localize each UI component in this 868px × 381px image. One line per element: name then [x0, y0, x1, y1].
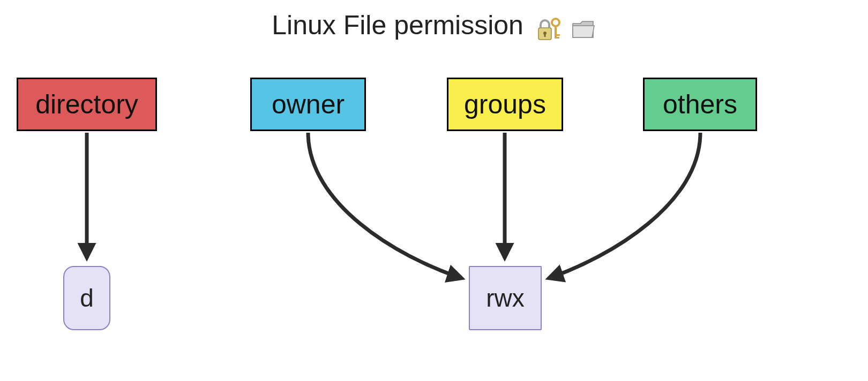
node-rwx-label: rwx: [486, 284, 525, 313]
title-icons: [535, 12, 596, 43]
edge-others-rwx: [549, 133, 700, 278]
svg-rect-2: [544, 34, 545, 37]
folder-icon: [570, 16, 596, 43]
svg-rect-5: [557, 34, 560, 36]
node-others: others: [643, 78, 757, 131]
edge-owner-rwx: [308, 133, 462, 278]
node-directory-label: directory: [35, 89, 138, 120]
node-owner-label: owner: [272, 89, 345, 120]
svg-point-3: [552, 19, 559, 26]
title-text: Linux File permission: [272, 10, 523, 40]
diagram-title: Linux File permission: [0, 10, 868, 43]
diagram-arrows: [0, 0, 868, 381]
svg-rect-6: [557, 37, 559, 39]
node-directory: directory: [17, 78, 157, 131]
node-others-label: others: [663, 89, 737, 120]
svg-rect-4: [555, 26, 557, 39]
node-groups: groups: [447, 78, 563, 131]
lock-key-icon: [535, 16, 562, 43]
node-rwx: rwx: [469, 266, 542, 330]
node-owner: owner: [250, 78, 366, 131]
node-d: d: [63, 266, 110, 330]
node-d-label: d: [80, 284, 94, 313]
node-groups-label: groups: [464, 89, 546, 120]
